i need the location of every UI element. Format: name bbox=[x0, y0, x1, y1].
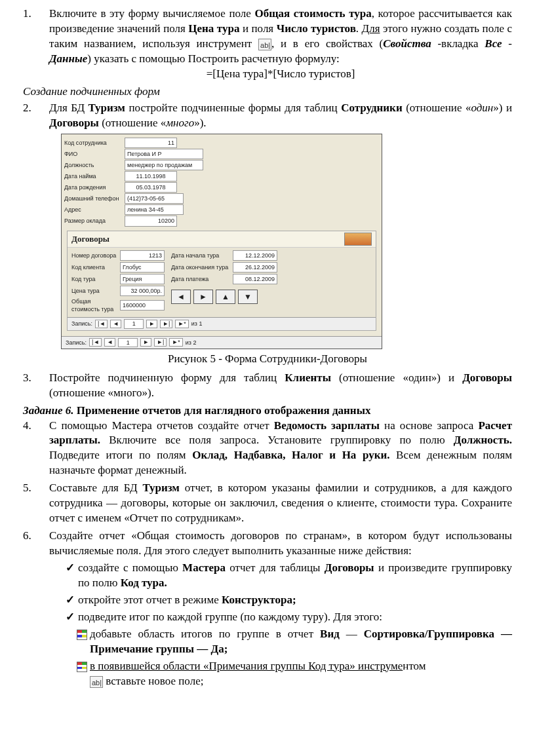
bold-text: Договоры bbox=[49, 117, 99, 129]
underline-text: в появившейся области «Примечания группы… bbox=[90, 660, 403, 672]
field-value[interactable]: 32 000,00р. bbox=[120, 286, 165, 296]
last-record-button[interactable]: ►| bbox=[160, 320, 172, 328]
text: подведите итог по каждой группе (по кажд… bbox=[78, 611, 382, 623]
new-record-button[interactable]: ►* bbox=[175, 320, 188, 328]
text: , и в его свойствах ( bbox=[271, 37, 383, 50]
item-body: Постройте подчиненную форму для таблиц К… bbox=[49, 371, 512, 401]
nav-down-button[interactable]: ▼ bbox=[238, 290, 258, 304]
win-bullet-icon bbox=[74, 627, 90, 657]
field-label: Дата платежа bbox=[171, 275, 230, 283]
first-record-button[interactable]: |◄ bbox=[95, 320, 108, 328]
sublist-item: подведите итог по каждой группе (по кажд… bbox=[62, 610, 512, 625]
list-item-2: 2. Для БД Туризм постройте подчиненные ф… bbox=[23, 101, 512, 131]
record-of: из 1 bbox=[191, 320, 203, 328]
text: »). bbox=[194, 117, 206, 129]
text: отчет для таблицы bbox=[226, 561, 325, 574]
item-body: Включите в эту форму вычисляемое поле Об… bbox=[49, 7, 512, 82]
text: Включите все поля запроса. Установите гр… bbox=[100, 434, 454, 446]
field-label: ФИО bbox=[64, 150, 125, 158]
field-value[interactable]: 10200 bbox=[125, 216, 177, 226]
textbox-tool-icon bbox=[258, 39, 271, 50]
field-label: Цена тура bbox=[71, 287, 117, 295]
text: нтом bbox=[403, 660, 426, 672]
task-lead: Задание 6. bbox=[23, 404, 74, 417]
bold-text: Должность. bbox=[454, 434, 512, 446]
prev-record-button[interactable]: ◄ bbox=[110, 320, 121, 328]
text: (отношение « bbox=[99, 117, 166, 129]
access-form-screenshot: Код сотрудника11 ФИОПетрова И Р Должност… bbox=[61, 134, 382, 349]
bold-italic: Данные bbox=[49, 52, 87, 65]
list-item-6: 6. Создайте отчет «Общая стоимость догов… bbox=[23, 529, 512, 690]
record-label: Запись: bbox=[71, 320, 92, 328]
subform-panel: Договоры Номер договора1213 Код клиентаГ… bbox=[67, 231, 376, 331]
record-of: из 2 bbox=[186, 339, 197, 347]
first-record-button[interactable]: |◄ bbox=[89, 338, 102, 347]
field-value[interactable]: ленина 34-45 bbox=[125, 204, 184, 215]
list-item-4: 4. С помощью Мастера отчетов создайте от… bbox=[23, 419, 512, 479]
field-value[interactable]: Греция bbox=[120, 274, 165, 284]
text: ») и bbox=[493, 102, 512, 114]
textbox-tool-icon bbox=[90, 676, 103, 688]
field-value[interactable]: 11.10.1998 bbox=[125, 171, 177, 181]
nav-buttons: ◄ ► ▲ ▼ bbox=[171, 290, 277, 304]
field-value[interactable]: 1600000 bbox=[120, 300, 165, 311]
item-number: 1. bbox=[23, 7, 49, 82]
text: — bbox=[340, 628, 364, 640]
field-value[interactable]: Глобус bbox=[120, 262, 165, 273]
bold-text: Код тура. bbox=[121, 576, 167, 589]
nav-prev-button[interactable]: ◄ bbox=[171, 290, 191, 304]
subform-title: Договоры bbox=[71, 233, 109, 245]
text: (отношение « bbox=[403, 102, 471, 114]
field-value[interactable]: 12.12.2009 bbox=[233, 250, 277, 261]
bold-text: Сотрудники bbox=[341, 102, 403, 114]
field-value[interactable]: 26.12.2009 bbox=[233, 262, 277, 273]
task-heading: Задание 6. Применение отчетов для нагляд… bbox=[23, 404, 512, 419]
field-value[interactable]: 08.12.2009 bbox=[233, 274, 277, 284]
field-value[interactable]: 11 bbox=[125, 138, 177, 148]
bold-text: Договоры bbox=[462, 371, 512, 384]
field-value[interactable]: Петрова И Р bbox=[125, 149, 203, 159]
bold-text: Оклад, Надбавка, Налог и На руки. bbox=[192, 449, 389, 461]
next-record-button[interactable]: ► bbox=[146, 320, 157, 328]
text: Подведите итоги по полям bbox=[49, 449, 192, 461]
sublist-item: откройте этот отчет в режиме Конструктор… bbox=[62, 593, 512, 608]
text: постройте подчиненные формы для таблиц bbox=[125, 102, 341, 114]
text: вставьте новое поле; bbox=[103, 675, 203, 687]
italic: много bbox=[166, 117, 194, 129]
text: . bbox=[356, 22, 362, 35]
text: - bbox=[502, 37, 512, 50]
last-record-button[interactable]: ►| bbox=[154, 338, 167, 347]
text: Включите в эту форму вычисляемое поле bbox=[49, 7, 254, 20]
bold-text: Ведомость зарплаты bbox=[274, 419, 380, 432]
bold-text: Вид bbox=[320, 628, 340, 640]
field-value[interactable]: (412)73-05-65 bbox=[125, 193, 184, 204]
field-value[interactable]: менеджер по продажам bbox=[125, 160, 203, 170]
text: -вкладка bbox=[437, 37, 485, 50]
record-number-input[interactable]: 1 bbox=[124, 319, 144, 328]
text: С помощью Мастера отчетов создайте отчет bbox=[49, 419, 274, 432]
field-label: Размер оклада bbox=[64, 217, 125, 225]
figure-caption: Рисунок 5 - Форма Сотрудники-Договоры bbox=[23, 352, 512, 367]
new-record-button[interactable]: ►* bbox=[169, 338, 182, 347]
nav-next-button[interactable]: ► bbox=[193, 290, 213, 304]
field-value[interactable]: 05.03.1978 bbox=[125, 182, 177, 193]
field-label: Дата рождения bbox=[64, 183, 125, 191]
sublist-item: в появившейся области «Примечания группы… bbox=[74, 659, 512, 689]
check-bullet bbox=[62, 593, 78, 608]
italic: один bbox=[471, 102, 493, 114]
field-label: Код тура bbox=[71, 275, 117, 283]
record-number-input[interactable]: 1 bbox=[118, 338, 138, 347]
bold-text: Общая стоимость тура bbox=[254, 7, 371, 20]
item-number: 3. bbox=[23, 371, 49, 401]
record-nav-mainform: Запись: |◄ ◄ 1 ► ►| ►* из 2 bbox=[62, 336, 382, 349]
field-label: Дата начала тура bbox=[171, 252, 230, 259]
bold-text: Туризм bbox=[89, 102, 125, 114]
next-record-button[interactable]: ► bbox=[140, 338, 151, 347]
item-body: С помощью Мастера отчетов создайте отчет… bbox=[49, 419, 512, 479]
field-label: Дата найма bbox=[64, 172, 125, 180]
nav-up-button[interactable]: ▲ bbox=[216, 290, 235, 304]
item-number: 5. bbox=[23, 481, 49, 526]
field-value[interactable]: 1213 bbox=[120, 250, 165, 261]
item-number: 2. bbox=[23, 101, 49, 131]
prev-record-button[interactable]: ◄ bbox=[104, 338, 115, 347]
